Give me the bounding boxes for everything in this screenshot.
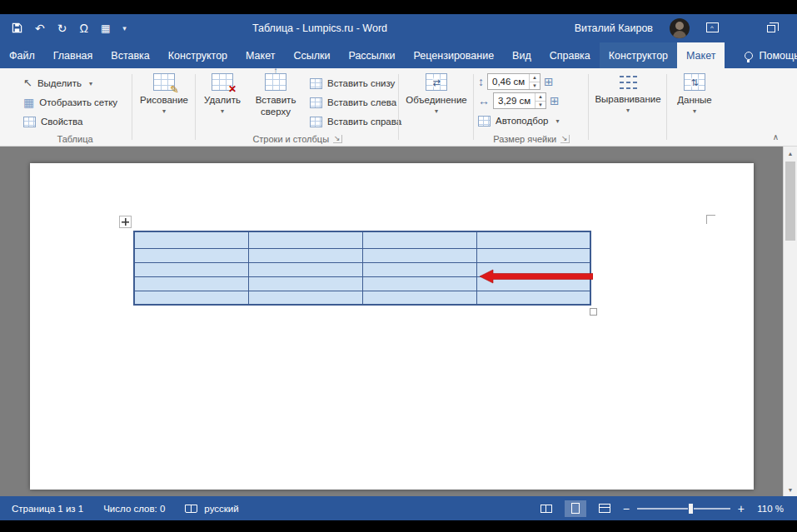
scroll-down-icon[interactable]: ▼ bbox=[784, 483, 797, 496]
omega-symbol-icon[interactable] bbox=[79, 22, 87, 34]
dialog-launcher-icon[interactable] bbox=[560, 135, 570, 143]
tab-mailings[interactable]: Рассылки bbox=[339, 42, 404, 68]
tell-me-help[interactable]: Помощь bbox=[735, 42, 797, 68]
ribbon-display-options-icon[interactable] bbox=[706, 21, 719, 36]
group-cell-size: 0,46 см ▲▼ 3,29 см ▲▼ Автоподбор Размер … bbox=[475, 68, 588, 146]
insert-below-button[interactable]: Вставить снизу bbox=[310, 75, 395, 92]
row-height-control: 0,46 см ▲▼ bbox=[478, 73, 554, 90]
table-cell[interactable] bbox=[362, 291, 476, 305]
group-separator bbox=[398, 74, 399, 140]
table-cell[interactable] bbox=[248, 248, 362, 262]
restore-window-icon[interactable] bbox=[767, 25, 775, 32]
table-resize-handle[interactable] bbox=[590, 308, 597, 316]
user-name[interactable]: Виталий Каиров bbox=[575, 22, 653, 34]
table-cell[interactable] bbox=[362, 248, 476, 262]
table-cell[interactable] bbox=[134, 248, 248, 262]
alignment-icon bbox=[619, 75, 637, 90]
delete-button[interactable]: ✕ Удалить bbox=[200, 73, 245, 115]
distribute-columns-icon[interactable] bbox=[550, 95, 560, 107]
table-cell[interactable] bbox=[476, 291, 590, 305]
document-page[interactable] bbox=[30, 163, 754, 490]
properties-icon bbox=[23, 117, 36, 127]
tab-view[interactable]: Вид bbox=[503, 42, 540, 68]
alignment-button[interactable]: Выравнивание bbox=[593, 73, 663, 114]
zoom-out-button[interactable]: − bbox=[623, 503, 630, 515]
dropdown-caret-icon bbox=[693, 108, 696, 115]
distribute-rows-icon[interactable] bbox=[544, 76, 554, 88]
column-width-control: 3,29 см ▲▼ bbox=[478, 92, 560, 109]
tab-file[interactable]: Файл bbox=[0, 42, 44, 68]
table-quick-icon[interactable] bbox=[101, 23, 110, 33]
table-cell[interactable] bbox=[134, 291, 248, 305]
merge-button[interactable]: ⇄ Объединение bbox=[403, 73, 470, 115]
insert-above-button[interactable]: ↑ Вставить сверху bbox=[248, 73, 303, 118]
column-width-field[interactable]: 3,29 см ▲▼ bbox=[493, 92, 546, 109]
language-indicator[interactable]: русский bbox=[185, 504, 238, 514]
group-alignment: Выравнивание bbox=[590, 68, 666, 146]
table-cell[interactable] bbox=[476, 231, 590, 248]
table-cell[interactable] bbox=[248, 231, 362, 248]
dropdown-caret-icon bbox=[435, 108, 438, 115]
word-count[interactable]: Число слов: 0 bbox=[103, 504, 165, 514]
print-layout-button[interactable] bbox=[565, 500, 586, 517]
dialog-launcher-icon[interactable] bbox=[333, 135, 342, 143]
scrollbar-thumb[interactable] bbox=[785, 162, 795, 241]
page-indicator[interactable]: Страница 1 из 1 bbox=[12, 504, 83, 514]
tab-review[interactable]: Рецензирование bbox=[405, 42, 504, 68]
select-cursor-icon bbox=[23, 77, 32, 89]
redo-icon[interactable] bbox=[57, 22, 67, 34]
vertical-scrollbar[interactable]: ▲ ▼ bbox=[783, 147, 797, 496]
scroll-up-icon[interactable]: ▲ bbox=[784, 147, 797, 160]
table-move-handle[interactable] bbox=[119, 216, 132, 228]
table-cell[interactable] bbox=[362, 276, 476, 291]
table-cell[interactable] bbox=[362, 262, 476, 276]
select-button[interactable]: Выделить bbox=[23, 75, 92, 92]
view-gridlines-button[interactable]: Отобразить сетку bbox=[23, 94, 117, 111]
group-merge: ⇄ Объединение bbox=[400, 68, 473, 146]
tab-table-design[interactable]: Конструктор bbox=[600, 42, 677, 68]
table-properties-button[interactable]: Свойства bbox=[23, 113, 83, 130]
column-width-spinner[interactable]: ▲▼ bbox=[535, 93, 545, 108]
group-separator bbox=[473, 74, 474, 140]
table-cell[interactable] bbox=[134, 231, 248, 248]
table-cell[interactable] bbox=[248, 276, 362, 291]
row-height-spinner[interactable]: ▲▼ bbox=[529, 74, 540, 89]
insert-left-button[interactable]: Вставить слева bbox=[310, 94, 396, 111]
read-mode-button[interactable] bbox=[535, 500, 557, 517]
draw-table-button[interactable]: ✎ Рисование bbox=[137, 73, 191, 115]
avatar[interactable] bbox=[670, 18, 690, 38]
insert-above-icon: ↑ bbox=[265, 73, 286, 91]
zoom-in-button[interactable]: + bbox=[738, 503, 745, 515]
undo-icon[interactable] bbox=[35, 22, 45, 34]
row-height-field[interactable]: 0,46 см ▲▼ bbox=[487, 73, 540, 90]
data-button[interactable]: ⇅ Данные bbox=[670, 73, 720, 115]
table-cell[interactable] bbox=[134, 262, 248, 276]
group-separator bbox=[195, 74, 196, 140]
tab-layout[interactable]: Макет bbox=[237, 42, 284, 68]
zoom-slider-thumb[interactable] bbox=[688, 503, 694, 515]
save-icon[interactable] bbox=[12, 22, 22, 35]
autofit-button[interactable]: Автоподбор bbox=[478, 112, 560, 129]
insert-below-icon bbox=[310, 78, 322, 89]
table-cell[interactable] bbox=[134, 276, 248, 291]
data-icon: ⇅ bbox=[684, 73, 705, 91]
insert-right-button[interactable]: Вставить справа bbox=[310, 113, 401, 130]
customize-qat-icon[interactable] bbox=[122, 25, 127, 32]
tab-references[interactable]: Ссылки bbox=[284, 42, 339, 68]
group-separator bbox=[132, 74, 132, 140]
tab-home[interactable]: Главная bbox=[44, 42, 102, 68]
table-cell[interactable] bbox=[476, 248, 590, 262]
zoom-level[interactable]: 110 % bbox=[752, 504, 784, 514]
tab-help[interactable]: Справка bbox=[540, 42, 600, 68]
zoom-slider[interactable] bbox=[637, 508, 730, 510]
tab-insert[interactable]: Вставка bbox=[102, 42, 158, 68]
table-cell[interactable] bbox=[248, 291, 362, 305]
delete-table-icon: ✕ bbox=[212, 73, 233, 91]
collapse-ribbon-icon[interactable] bbox=[773, 133, 779, 142]
table-cell[interactable] bbox=[362, 231, 476, 248]
table-cell[interactable] bbox=[248, 262, 362, 276]
tab-design[interactable]: Конструктор bbox=[159, 42, 237, 68]
tab-table-layout-active[interactable]: Макет bbox=[677, 42, 725, 68]
group-separator bbox=[666, 74, 667, 140]
web-layout-button[interactable] bbox=[594, 500, 615, 517]
